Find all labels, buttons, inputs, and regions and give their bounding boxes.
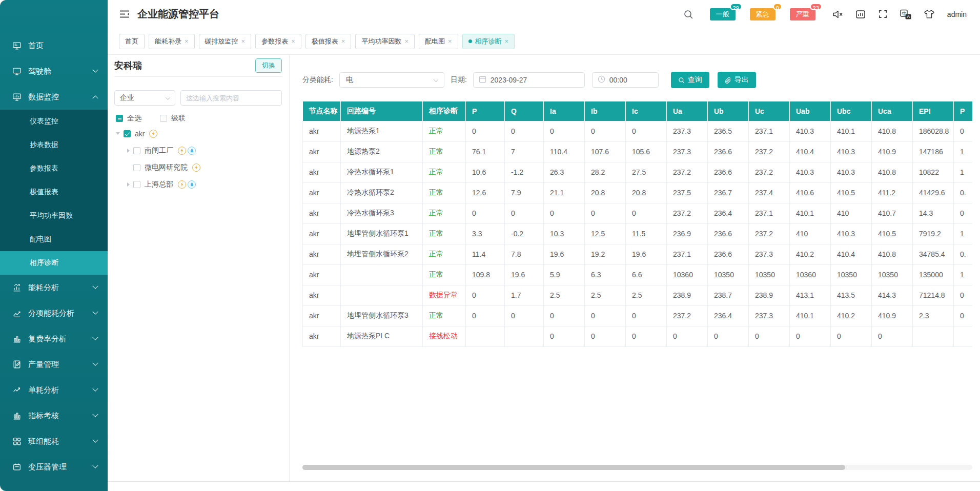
- sidebar-subitem-配电图[interactable]: 配电图: [0, 228, 108, 251]
- cell-status: 正常: [423, 162, 466, 182]
- cell-node: akr: [303, 305, 341, 326]
- tab-close-icon[interactable]: ×: [505, 38, 509, 45]
- cell-value: [505, 326, 544, 346]
- sidebar-item-复费率分析[interactable]: 复费率分析: [0, 326, 108, 352]
- cell-value: 10350: [749, 264, 790, 285]
- alarm-label: 一般: [716, 10, 729, 19]
- sidebar-fold-icon[interactable]: [119, 9, 130, 19]
- category-select[interactable]: 电: [339, 72, 444, 88]
- cell-value: 6.6: [626, 264, 667, 285]
- language-icon[interactable]: 中A: [900, 9, 911, 19]
- date-input[interactable]: 2023-09-27: [473, 72, 585, 88]
- switch-button[interactable]: 切换: [255, 58, 282, 73]
- cell-value: 0: [466, 285, 505, 305]
- sidebar-item-首页[interactable]: 首页: [0, 33, 108, 58]
- select-all-checkbox[interactable]: [116, 115, 123, 122]
- cascade-checkbox[interactable]: [160, 115, 167, 122]
- sidebar-item-分项能耗分析[interactable]: 分项能耗分析: [0, 300, 108, 326]
- tree-node-checkbox[interactable]: [124, 130, 131, 137]
- sidebar-item-能耗分析[interactable]: 能耗分析: [0, 275, 108, 300]
- cell-value: 238.9: [667, 285, 708, 305]
- sidebar-subitem-参数报表[interactable]: 参数报表: [0, 157, 108, 180]
- tab-close-icon[interactable]: ×: [404, 38, 409, 45]
- tab-close-icon[interactable]: ×: [241, 38, 246, 45]
- cell-value: 410.9: [872, 305, 913, 326]
- content: 安科瑞 切换 企业 全选: [108, 55, 980, 482]
- tree-node-上海总部[interactable]: 上海总部: [127, 176, 289, 193]
- tree-node-微电网研究院[interactable]: 微电网研究院: [127, 159, 289, 176]
- tab-极值报表[interactable]: 极值报表×: [305, 34, 352, 49]
- node-type-select[interactable]: 企业: [114, 90, 175, 106]
- horizontal-scrollbar-track[interactable]: [302, 465, 972, 470]
- cell-value: 0: [544, 121, 585, 141]
- export-button[interactable]: 导出: [718, 72, 756, 88]
- cell-value: 0: [544, 203, 585, 223]
- mute-icon[interactable]: [832, 9, 843, 19]
- cell-value: 19.2: [585, 244, 626, 264]
- tree-node-checkbox[interactable]: [133, 164, 140, 171]
- tree-node-checkbox[interactable]: [133, 147, 140, 154]
- sidebar-subitem-抄表数据[interactable]: 抄表数据: [0, 133, 108, 157]
- cell-value: 10360: [790, 264, 831, 285]
- sidebar-item-变压器管理[interactable]: 变压器管理: [0, 454, 108, 480]
- sidebar-item-数据监控[interactable]: 数据监控: [0, 84, 108, 110]
- power-icon: [149, 130, 157, 138]
- table-row: akr冷热水循环泵1正常10.6-1.226.328.227.5237.2236…: [303, 162, 973, 182]
- cell-value: 410.8: [872, 162, 913, 182]
- tab-close-icon[interactable]: ×: [291, 38, 295, 45]
- search-icon[interactable]: [683, 9, 693, 19]
- tab-参数报表[interactable]: 参数报表×: [255, 34, 301, 49]
- query-button[interactable]: 查询: [671, 72, 709, 88]
- alarm-button-一般[interactable]: 一般29: [710, 8, 736, 21]
- tab-close-icon[interactable]: ×: [341, 38, 345, 45]
- tab-碳排放监控[interactable]: 碳排放监控×: [199, 34, 252, 49]
- sidebar-subitem-相序诊断[interactable]: 相序诊断: [0, 251, 108, 275]
- sidebar-item-驾驶舱[interactable]: 驾驶舱: [0, 58, 108, 84]
- alarm-button-严重[interactable]: 严重23: [790, 8, 815, 21]
- caret-icon[interactable]: [127, 149, 130, 153]
- sidebar-subitem-仪表监控[interactable]: 仪表监控: [0, 110, 108, 133]
- tree-node-checkbox[interactable]: [133, 181, 140, 188]
- cell-value: 0: [626, 305, 667, 326]
- tab-配电图[interactable]: 配电图×: [419, 34, 458, 49]
- sidebar-item-label: 驾驶舱: [28, 67, 51, 76]
- sidebar-item-指标考核[interactable]: 指标考核: [0, 403, 108, 428]
- tab-close-icon[interactable]: ×: [185, 38, 189, 45]
- chevron-down-icon: [92, 360, 98, 366]
- sidebar-item-单耗分析[interactable]: 单耗分析: [0, 377, 108, 403]
- screen-icon[interactable]: [855, 9, 866, 19]
- tab-能耗补录[interactable]: 能耗补录×: [149, 34, 195, 49]
- user-name[interactable]: admin: [947, 10, 967, 18]
- tab-close-icon[interactable]: ×: [448, 38, 452, 45]
- cell-value: 1.7: [505, 285, 544, 305]
- caret-icon[interactable]: [116, 132, 120, 135]
- chevron-down-icon: [92, 335, 98, 340]
- alarm-button-紧急[interactable]: 紧急0: [750, 8, 775, 21]
- tab-平均功率因数[interactable]: 平均功率因数×: [355, 34, 415, 49]
- sidebar-subitem-平均功率因数[interactable]: 平均功率因数: [0, 204, 108, 228]
- tree-node-南闸工厂[interactable]: 南闸工厂: [127, 142, 289, 159]
- theme-icon[interactable]: [924, 9, 935, 19]
- sidebar-item-班组能耗[interactable]: 班组能耗: [0, 428, 108, 454]
- tree-node-akr[interactable]: akr: [116, 125, 289, 142]
- cell-node: akr: [303, 121, 341, 141]
- time-input[interactable]: 00:00: [592, 72, 659, 88]
- cell-node: akr: [303, 182, 341, 203]
- cell-value: 410.3: [831, 141, 872, 162]
- fullscreen-icon[interactable]: [878, 9, 888, 19]
- horizontal-scrollbar-thumb[interactable]: [302, 465, 845, 470]
- sidebar-subitem-极值报表[interactable]: 极值报表: [0, 180, 108, 204]
- export-button-label: 导出: [734, 75, 749, 85]
- tree-search-input[interactable]: [180, 90, 282, 106]
- sidebar-item-产量管理[interactable]: 产量管理: [0, 352, 108, 377]
- tab-label: 首页: [125, 37, 138, 46]
- cell-node: akr: [303, 162, 341, 182]
- cell-value: 0.: [954, 244, 973, 264]
- cell-value: 0: [954, 121, 973, 141]
- filter-bar: 分类能耗: 电 日期: 2023-09-27 00:00: [302, 72, 972, 88]
- cell-circuit: 冷热水循环泵2: [341, 182, 423, 203]
- caret-icon[interactable]: [127, 182, 130, 187]
- tab-相序诊断[interactable]: 相序诊断×: [462, 34, 515, 49]
- rate-icon: [12, 334, 22, 343]
- tab-首页[interactable]: 首页: [119, 34, 145, 49]
